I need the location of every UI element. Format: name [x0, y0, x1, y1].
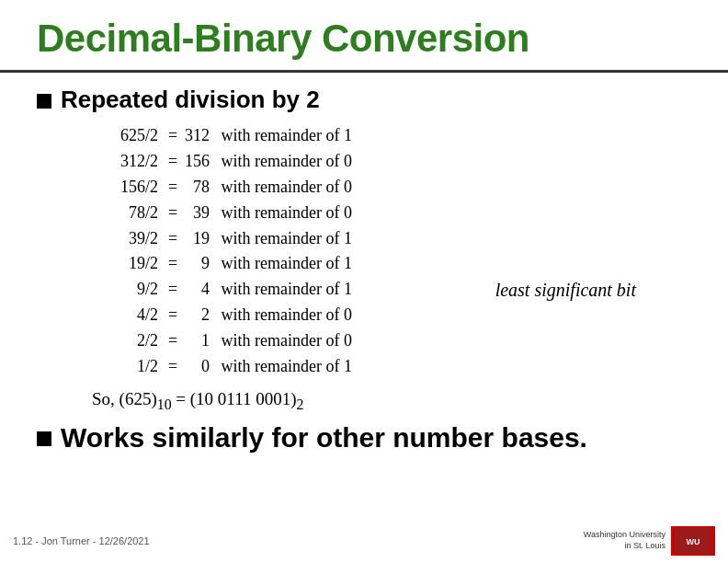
table-row: 1/2 = 0 with remainder of 1	[92, 354, 691, 380]
wustl-logo: WU	[671, 526, 715, 556]
section1-header: Repeated division by 2	[37, 86, 691, 114]
slide-title: Decimal-Binary Conversion	[37, 17, 529, 60]
solution-line: So, (625)10 = (10 0111 0001)2	[92, 389, 691, 413]
footer-logo-area: Washington University in St. Louis WU	[584, 526, 715, 556]
division-table: 625/2 = 312 with remainder of 1 312/2 = …	[92, 123, 691, 380]
wustl-text: Washington University in St. Louis	[584, 530, 665, 551]
table-row: 19/2 = 9 with remainder of 1	[92, 251, 691, 277]
section2-header: Works similarly for other number bases.	[37, 422, 691, 454]
solution-text: So, (625)10 = (10 0111 0001)2	[92, 389, 303, 408]
table-row: 2/2 = 1 with remainder of 0	[92, 328, 691, 354]
sub2: 2	[297, 396, 304, 412]
bullet-icon	[37, 94, 51, 109]
sub1: 10	[157, 396, 172, 412]
svg-text:WU: WU	[687, 537, 700, 546]
footer: 1.12 - Jon Turner - 12/26/2021 Washingto…	[0, 526, 728, 556]
table-row: 625/2 = 312 with remainder of 1	[92, 123, 691, 149]
slide: Decimal-Binary Conversion Repeated divis…	[0, 0, 728, 563]
bullet2-icon	[37, 431, 51, 446]
side-note: least significant bit	[495, 280, 636, 301]
title-bar: Decimal-Binary Conversion	[0, 0, 728, 73]
footer-citation: 1.12 - Jon Turner - 12/26/2021	[13, 535, 150, 546]
division-area: 625/2 = 312 with remainder of 1 312/2 = …	[37, 123, 691, 380]
table-row: 4/2 = 2 with remainder of 0	[92, 303, 691, 328]
section1-title: Repeated division by 2	[61, 86, 320, 114]
table-row: 156/2 = 78 with remainder of 0	[92, 175, 691, 201]
table-row: 39/2 = 19 with remainder of 1	[92, 226, 691, 252]
main-content: Repeated division by 2 625/2 = 312 with …	[0, 73, 728, 463]
wustl-logo-icon: WU	[675, 528, 711, 554]
table-row: 312/2 = 156 with remainder of 0	[92, 149, 691, 175]
table-row: 78/2 = 39 with remainder of 0	[92, 201, 691, 226]
section2-title: Works similarly for other number bases.	[61, 422, 587, 454]
